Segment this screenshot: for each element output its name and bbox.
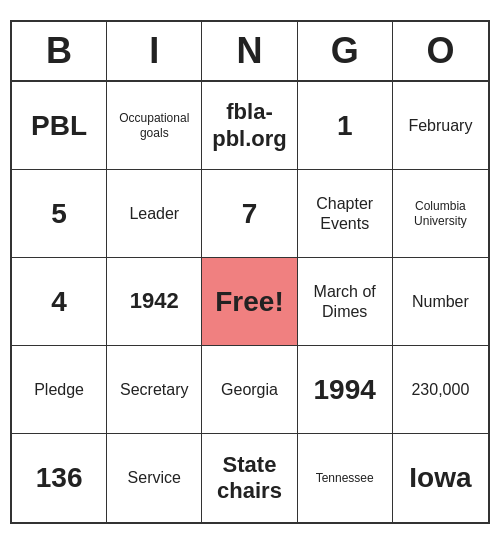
bingo-cell: Iowa [393,434,488,522]
bingo-cell: Columbia University [393,170,488,258]
bingo-cell: 5 [12,170,107,258]
bingo-cell: Free! [202,258,297,346]
bingo-cell: Tennessee [298,434,393,522]
bingo-cell: State chairs [202,434,297,522]
bingo-cell: Leader [107,170,202,258]
bingo-cell: Occupational goals [107,82,202,170]
bingo-cell: 1994 [298,346,393,434]
bingo-cell: 1942 [107,258,202,346]
bingo-cell: Service [107,434,202,522]
bingo-cell: 230,000 [393,346,488,434]
bingo-card: BINGO PBLOccupational goalsfbla-pbl.org1… [10,20,490,524]
bingo-cell: February [393,82,488,170]
bingo-grid: PBLOccupational goalsfbla-pbl.org1Februa… [12,82,488,522]
bingo-header-letter: B [12,22,107,80]
bingo-header-letter: G [298,22,393,80]
bingo-cell: 4 [12,258,107,346]
bingo-cell: Pledge [12,346,107,434]
bingo-cell: Secretary [107,346,202,434]
bingo-cell: 1 [298,82,393,170]
bingo-cell: 136 [12,434,107,522]
bingo-header-letter: N [202,22,297,80]
bingo-cell: PBL [12,82,107,170]
bingo-cell: fbla-pbl.org [202,82,297,170]
bingo-cell: Number [393,258,488,346]
bingo-cell: Chapter Events [298,170,393,258]
bingo-cell: Georgia [202,346,297,434]
bingo-header-letter: O [393,22,488,80]
bingo-header-letter: I [107,22,202,80]
bingo-cell: 7 [202,170,297,258]
bingo-header: BINGO [12,22,488,82]
bingo-cell: March of Dimes [298,258,393,346]
